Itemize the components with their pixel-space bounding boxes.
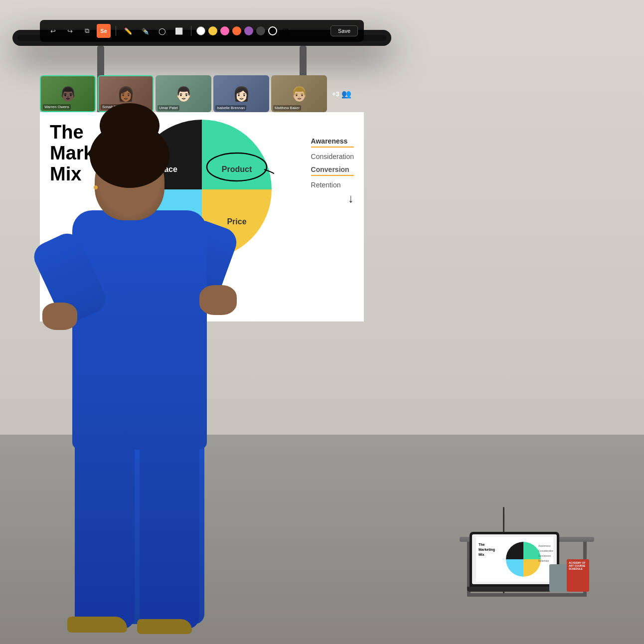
svg-text:Awareness: Awareness xyxy=(538,544,551,547)
select-tool-button[interactable]: Se xyxy=(97,35,111,38)
right-leg xyxy=(140,445,199,629)
color-yellow[interactable] xyxy=(208,35,217,35)
color-darkgray[interactable] xyxy=(256,35,265,35)
color-white[interactable] xyxy=(196,35,205,35)
laptop-screen: The Marketing Mix Awareness Consideratio… xyxy=(470,532,559,587)
more-colors-icon[interactable]: ⊞ xyxy=(282,35,289,36)
color-black[interactable] xyxy=(268,35,277,35)
pen-tool-button[interactable]: ✏️ xyxy=(121,35,135,38)
book-red: ACADEMY OF ART COURSE SCHEDULE xyxy=(567,559,589,592)
marker-tool-button[interactable]: ✒️ xyxy=(138,35,152,38)
save-button[interactable]: Save xyxy=(330,35,358,36)
tv-screen: 👨🏿 Warren Owens 👩🏾 Sonali Pritchard 👨🏻 U… xyxy=(17,35,386,41)
svg-text:Consideration: Consideration xyxy=(538,549,553,552)
redo-button[interactable]: ↪ xyxy=(63,35,77,38)
left-hand xyxy=(42,303,77,330)
presenter-person xyxy=(45,96,234,644)
right-shoe xyxy=(137,619,192,634)
toolbar-divider-1 xyxy=(116,35,116,36)
book-gray xyxy=(549,564,567,592)
tv-display: 👨🏿 Warren Owens 👩🏾 Sonali Pritchard 👨🏻 U… xyxy=(12,30,391,46)
eraser-button[interactable]: ⬜ xyxy=(172,35,186,38)
laptop-screen-content: The Marketing Mix Awareness Consideratio… xyxy=(472,534,557,584)
svg-text:Mix: Mix xyxy=(479,553,484,556)
whiteboard-toolbar[interactable]: ↩ ↪ ⧉ Se ✏️ ✒️ ◯ ⬜ ⊞ Save xyxy=(40,35,364,41)
copy-button[interactable]: ⧉ xyxy=(80,35,94,38)
side-laptop: The Marketing Mix Awareness Consideratio… xyxy=(470,532,559,592)
color-pink[interactable] xyxy=(220,35,229,35)
laptop-base xyxy=(467,587,562,592)
left-leg xyxy=(75,445,135,629)
color-purple[interactable] xyxy=(244,35,253,35)
shape-tool-button[interactable]: ◯ xyxy=(155,35,169,38)
color-orange[interactable] xyxy=(232,35,241,35)
svg-text:Conversion: Conversion xyxy=(538,554,551,557)
toolbar-divider-2 xyxy=(191,35,191,36)
svg-text:The: The xyxy=(479,543,485,546)
hair-bun xyxy=(100,103,160,148)
svg-text:Marketing: Marketing xyxy=(479,548,495,552)
undo-button[interactable]: ↩ xyxy=(46,35,60,38)
left-shoe xyxy=(67,617,127,633)
laptop-mini-chart: The Marketing Mix Awareness Consideratio… xyxy=(476,537,553,582)
side-desk: The Marketing Mix Awareness Consideratio… xyxy=(460,537,594,597)
earring xyxy=(94,185,98,189)
svg-text:Retention: Retention xyxy=(538,559,549,562)
torso xyxy=(72,210,207,450)
right-hand xyxy=(199,285,237,315)
